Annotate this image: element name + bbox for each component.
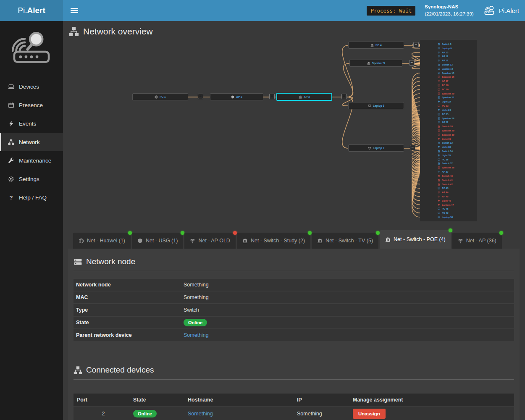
device-list-item[interactable]: Laptop 50 <box>438 215 475 219</box>
hostname-link[interactable]: Something <box>188 411 213 417</box>
device-list-item[interactable]: Switch 42 <box>438 182 475 186</box>
tab-net-switch-study[interactable]: Net - Switch - Study (2) <box>237 233 310 249</box>
sidebar-item-label: Devices <box>19 84 39 90</box>
table-row: Parent network device Something <box>74 329 514 341</box>
device-list-item[interactable]: Switch 28 <box>438 124 475 129</box>
device-list-item[interactable]: AP 39 <box>438 170 475 174</box>
sidebar-item-help[interactable]: ? Help / FAQ <box>0 188 63 207</box>
device-list-item[interactable]: AP 11 <box>438 54 475 58</box>
collapse-button[interactable]: − <box>198 94 203 99</box>
device-name: AP 17 <box>442 80 448 82</box>
device-list-item[interactable]: Light 24 <box>438 108 475 112</box>
device-list-item[interactable]: PC 48 <box>438 207 475 211</box>
sidebar-item-presence[interactable]: Presence <box>0 96 63 114</box>
sidebar-item-label: Settings <box>19 176 39 182</box>
row-label: State <box>74 320 184 326</box>
device-list-item[interactable]: PC 49 <box>438 211 475 215</box>
collapse-button[interactable]: − <box>269 94 275 99</box>
node-label: Laptop 7 <box>373 147 384 150</box>
tab-net-huawei[interactable]: Net - Huawei (1) <box>73 233 131 249</box>
state-badge: Online <box>184 319 207 326</box>
light-icon <box>438 100 440 103</box>
collapse-button[interactable]: − <box>409 60 415 66</box>
parent-device-link[interactable]: Something <box>184 332 209 338</box>
app-logo[interactable]: Pi.Alert <box>0 0 63 21</box>
device-list-item[interactable]: Speaker 38 <box>438 165 475 170</box>
tab-label: Net - USG (1) <box>146 238 178 244</box>
connected-device-row: 2 Online Something Something Unassign <box>74 407 514 420</box>
tab-net-ap[interactable]: Net - AP (36) <box>452 233 502 249</box>
device-list-item[interactable]: Switch 8 <box>438 42 475 46</box>
device-list-item[interactable]: Switch 13 <box>438 63 475 67</box>
device-name: PC 48 <box>442 207 449 210</box>
device-list-item[interactable]: Light 35 <box>438 153 475 158</box>
device-list-item[interactable]: Speaker 20 <box>438 92 475 96</box>
device-list-item[interactable]: AP 44 <box>438 190 475 194</box>
node-ap-3[interactable]: AP 3 <box>276 93 332 101</box>
device-list-item[interactable]: Speaker 26 <box>438 116 475 121</box>
node-speaker-5[interactable]: Speaker 5 <box>349 60 402 67</box>
device-list-item[interactable]: AP 27 <box>438 120 475 124</box>
device-name: Light 35 <box>442 154 451 157</box>
device-list-item[interactable]: PC 19 <box>438 87 475 92</box>
hub-icon <box>299 95 302 99</box>
sidebar-item-network[interactable]: Network <box>0 133 63 151</box>
device-list-item[interactable]: AP 45 <box>438 194 475 199</box>
collapse-button[interactable]: − <box>410 145 415 150</box>
device-list-item[interactable]: PC 25 <box>438 112 475 116</box>
device-list-item[interactable]: PC 43 <box>438 186 475 190</box>
device-list-item[interactable]: Light 31 <box>438 137 475 141</box>
device-list-item[interactable]: Switch 32 <box>438 141 475 145</box>
device-list-item[interactable]: Lantern 47 <box>438 203 475 207</box>
device-list-item[interactable]: Light 22 <box>438 100 475 104</box>
device-list-item[interactable]: Speaker 15 <box>438 71 475 75</box>
device-list-item[interactable]: Laptop 14 <box>438 67 475 71</box>
tab-net-usg[interactable]: Net - USG (1) <box>132 233 183 249</box>
device-list-item[interactable]: AP 10 <box>438 50 475 55</box>
laptop-icon <box>438 68 440 70</box>
row-label: Type <box>74 307 184 313</box>
page-title-text: Network overview <box>83 26 153 37</box>
device-list-item[interactable]: Speaker 16 <box>438 75 475 79</box>
device-name: PC 36 <box>442 158 449 161</box>
device-list-item[interactable]: Speaker 29 <box>438 129 475 133</box>
device-list-item[interactable]: Switch 40 <box>438 174 475 178</box>
collapse-button[interactable]: − <box>341 94 347 99</box>
device-list-item[interactable]: PC 36 <box>438 158 475 162</box>
device-name: Speaker 26 <box>442 117 454 120</box>
node-pc-4[interactable]: PC 4 <box>348 42 404 49</box>
device-name: Light 46 <box>442 200 451 202</box>
device-list-item[interactable]: Switch 34 <box>438 149 475 153</box>
device-list-item[interactable]: Laptop 9 <box>438 46 475 50</box>
device-list-item[interactable]: Light 46 <box>438 199 475 203</box>
node-ap-2[interactable]: AP 2 <box>210 93 263 100</box>
sidebar-toggle-button[interactable] <box>71 8 78 13</box>
node-pc-1[interactable]: PC 1 <box>132 93 188 100</box>
unassign-button[interactable]: Unassign <box>353 409 386 419</box>
state-badge: Online <box>133 410 157 417</box>
tab-net-switch-poe[interactable]: Net - Switch - POE (4) <box>380 230 451 249</box>
device-list-item[interactable]: Speaker 30 <box>438 133 475 137</box>
device-list-item[interactable]: AP 17 <box>438 79 475 83</box>
wifi-icon <box>438 51 440 54</box>
device-list-item[interactable]: Light 33 <box>438 145 475 149</box>
wifi-icon <box>368 147 371 150</box>
device-list-item[interactable]: PC 18 <box>438 83 475 87</box>
node-laptop-7[interactable]: Laptop 7 <box>348 144 404 152</box>
device-name: AP 39 <box>442 171 448 173</box>
tab-net-switch-tv[interactable]: Net - Switch - TV (5) <box>312 233 378 249</box>
device-list-item[interactable]: PC 23 <box>438 104 475 108</box>
sidebar-item-maintenance[interactable]: Maintenance <box>0 151 63 170</box>
wifi-icon <box>438 195 440 198</box>
device-list-item[interactable]: Switch 37 <box>438 162 475 166</box>
node-laptop-6[interactable]: Laptop 6 <box>348 102 404 109</box>
device-list-item[interactable]: Speaker 21 <box>438 96 475 100</box>
tab-net-ap-old[interactable]: Net - AP OLD <box>184 233 236 249</box>
pc-icon <box>438 187 440 189</box>
device-list-item[interactable]: Switch 41 <box>438 178 475 182</box>
sidebar-item-devices[interactable]: Devices <box>0 77 63 96</box>
sidebar-item-events[interactable]: Events <box>0 114 63 133</box>
device-list-item[interactable]: AP 12 <box>438 58 475 63</box>
sidebar-item-settings[interactable]: Settings <box>0 170 63 188</box>
collapse-button[interactable]: − <box>413 42 419 47</box>
